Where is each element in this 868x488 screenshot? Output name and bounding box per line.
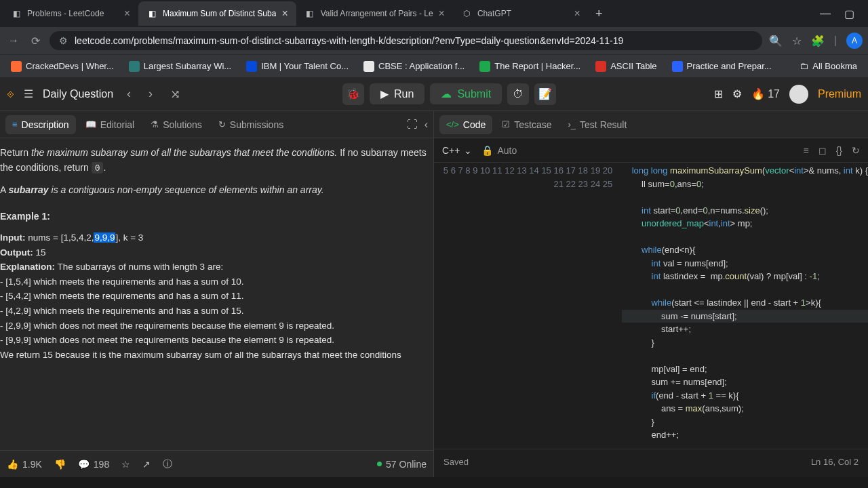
extensions-icon[interactable]: 🧩 xyxy=(811,35,825,47)
maximize-icon[interactable]: ▢ xyxy=(844,7,854,20)
url-input[interactable]: ⚙ leetcode.com/problems/maximum-sum-of-d… xyxy=(50,31,762,50)
bookmark-item[interactable]: CrackedDevs | Wher... xyxy=(5,58,119,75)
leetcode-favicon: ◧ xyxy=(304,8,315,19)
like-count: 1.9K xyxy=(22,459,42,470)
browser-tab[interactable]: ◧ Valid Arrangement of Pairs - Le × xyxy=(296,1,453,26)
daily-question-label[interactable]: Daily Question xyxy=(43,88,113,100)
bookmark-star-icon[interactable]: ☆ xyxy=(792,35,802,47)
bookmark-item[interactable]: ASCII Table xyxy=(590,58,662,75)
bookmark-item[interactable]: CBSE : Application f... xyxy=(358,58,470,75)
format-icon[interactable]: ≡ xyxy=(803,145,808,156)
leetcode-logo-icon[interactable]: ⟐ xyxy=(7,87,14,101)
dislike-button[interactable]: 👎 xyxy=(54,459,66,470)
close-icon[interactable]: × xyxy=(439,7,445,20)
feedback-button[interactable]: ⓘ xyxy=(163,458,172,470)
code-icon: </> xyxy=(446,119,459,129)
problem-list-icon[interactable]: ☰ xyxy=(24,87,33,100)
braces-icon[interactable]: {} xyxy=(836,145,842,156)
bm-label: ASCII Table xyxy=(610,61,656,71)
reload-icon[interactable]: ⟳ xyxy=(28,32,43,50)
settings-icon[interactable]: ⚙ xyxy=(732,87,742,100)
timer-icon[interactable]: ⏱ xyxy=(507,83,529,105)
tab-code[interactable]: </>Code xyxy=(439,115,492,134)
tab-label: Code xyxy=(463,119,486,130)
like-button[interactable]: 👍1.9K xyxy=(7,459,42,470)
folder-icon: 🗀 xyxy=(800,61,808,71)
tab-solutions[interactable]: ⚗Solutions xyxy=(144,115,209,134)
selected-text: 9,9,9 xyxy=(94,232,115,243)
line-gutter: 5 6 7 8 9 10 11 12 13 14 15 16 17 18 19 … xyxy=(434,163,622,449)
language-selector[interactable]: C++⌄ xyxy=(442,145,472,156)
zoom-icon[interactable]: 🔍 xyxy=(769,35,783,47)
close-icon[interactable]: × xyxy=(281,7,288,20)
tab-title: Maximum Sum of Distinct Suba xyxy=(163,9,276,18)
collapse-icon[interactable]: ‹ xyxy=(425,119,428,131)
user-avatar[interactable] xyxy=(789,85,808,104)
online-indicator: 57 Online xyxy=(377,459,427,470)
problem-panel: ≡Description 📖Editorial ⚗Solutions ↻Subm… xyxy=(0,111,434,477)
site-info-icon[interactable]: ⚙ xyxy=(59,35,68,46)
forward-icon[interactable]: → xyxy=(5,32,22,49)
share-button[interactable]: ↗ xyxy=(142,459,151,470)
bookmark-item[interactable]: Practice and Prepar... xyxy=(667,58,777,75)
tab-testcase[interactable]: ☑Testcase xyxy=(495,115,558,134)
problem-content[interactable]: Return the maximum subarray sum of all t… xyxy=(0,138,433,450)
favorite-button[interactable]: ☆ xyxy=(121,459,130,470)
streak-counter[interactable]: 🔥 17 xyxy=(751,87,780,100)
all-bookmarks[interactable]: 🗀All Bookma xyxy=(794,58,863,74)
result-icon: ›_ xyxy=(568,119,576,129)
example-heading: Example 1: xyxy=(0,209,429,224)
comment-icon: 💬 xyxy=(78,459,90,470)
premium-link[interactable]: Premium xyxy=(818,88,861,100)
reset-icon[interactable]: ↻ xyxy=(852,145,860,156)
problem-paragraph: A subarray is a contiguous non-empty seq… xyxy=(0,182,429,197)
bookmarks-bar: CrackedDevs | Wher... Largest Subarray W… xyxy=(0,54,868,77)
bm-icon xyxy=(479,61,490,72)
profile-avatar[interactable]: A xyxy=(846,33,863,49)
lock-icon: 🔒 xyxy=(481,145,493,156)
fullscreen-icon[interactable]: ⛶ xyxy=(407,119,418,131)
tab-submissions[interactable]: ↻Submissions xyxy=(212,115,290,134)
streak-count: 17 xyxy=(768,88,780,100)
tab-title: Valid Arrangement of Pairs - Le xyxy=(321,9,433,18)
tab-editorial[interactable]: 📖Editorial xyxy=(79,115,142,134)
leetcode-header: ⟐ ☰ Daily Question ‹ › ⤨ 🐞 ▶ Run ☁ Submi… xyxy=(0,77,868,111)
run-button[interactable]: ▶ Run xyxy=(370,83,425,104)
submit-button[interactable]: ☁ Submit xyxy=(430,83,502,104)
code-toolbar: C++⌄ 🔒Auto ≡ ◻ {} ↻ xyxy=(434,138,868,163)
minimize-icon[interactable]: — xyxy=(820,7,831,20)
comments-button[interactable]: 💬198 xyxy=(78,459,109,470)
close-icon[interactable]: × xyxy=(124,7,130,20)
prev-problem-icon[interactable]: ‹ xyxy=(123,85,135,102)
debug-icon[interactable]: 🐞 xyxy=(342,83,364,105)
solutions-icon: ⚗ xyxy=(151,119,159,129)
code-body[interactable]: long long maximumSubarraySum(vector<int>… xyxy=(622,163,868,449)
browser-tab[interactable]: ◧ Problems - LeetCode × xyxy=(3,1,138,26)
browser-tab[interactable]: ◧ Maximum Sum of Distinct Suba × xyxy=(138,1,296,26)
address-bar: → ⟳ ⚙ leetcode.com/problems/maximum-sum-… xyxy=(0,27,868,54)
shuffle-icon[interactable]: ⤨ xyxy=(166,85,184,103)
next-problem-icon[interactable]: › xyxy=(144,85,157,102)
notes-icon[interactable]: 📝 xyxy=(534,83,556,105)
new-tab-button[interactable]: + xyxy=(589,7,610,21)
code-editor[interactable]: 5 6 7 8 9 10 11 12 13 14 15 16 17 18 19 … xyxy=(434,163,868,449)
leetcode-favicon: ◧ xyxy=(146,8,157,19)
bm-icon xyxy=(672,61,683,72)
bm-label: The Report | Hacker... xyxy=(494,61,580,71)
thumbs-down-icon: 👎 xyxy=(54,459,66,470)
tab-result[interactable]: ›_Test Result xyxy=(561,115,634,134)
auto-complete-toggle[interactable]: 🔒Auto xyxy=(481,145,517,156)
bookmark-item[interactable]: IBM | Your Talent Co... xyxy=(241,58,354,75)
tab-label: Editorial xyxy=(100,119,135,130)
fire-icon: 🔥 xyxy=(751,87,765,100)
description-icon: ≡ xyxy=(12,119,18,129)
bookmark-item[interactable]: The Report | Hacker... xyxy=(474,58,586,75)
layout-icon[interactable]: ⊞ xyxy=(714,87,723,100)
close-icon[interactable]: × xyxy=(574,7,580,20)
bookmark-icon[interactable]: ◻ xyxy=(818,145,827,156)
play-icon: ▶ xyxy=(380,87,389,100)
browser-tab[interactable]: ⬡ ChatGPT × xyxy=(453,1,589,26)
bookmark-item[interactable]: Largest Subarray Wi... xyxy=(123,58,237,75)
right-tab-bar: </>Code ☑Testcase ›_Test Result xyxy=(434,111,868,138)
tab-description[interactable]: ≡Description xyxy=(5,115,76,134)
